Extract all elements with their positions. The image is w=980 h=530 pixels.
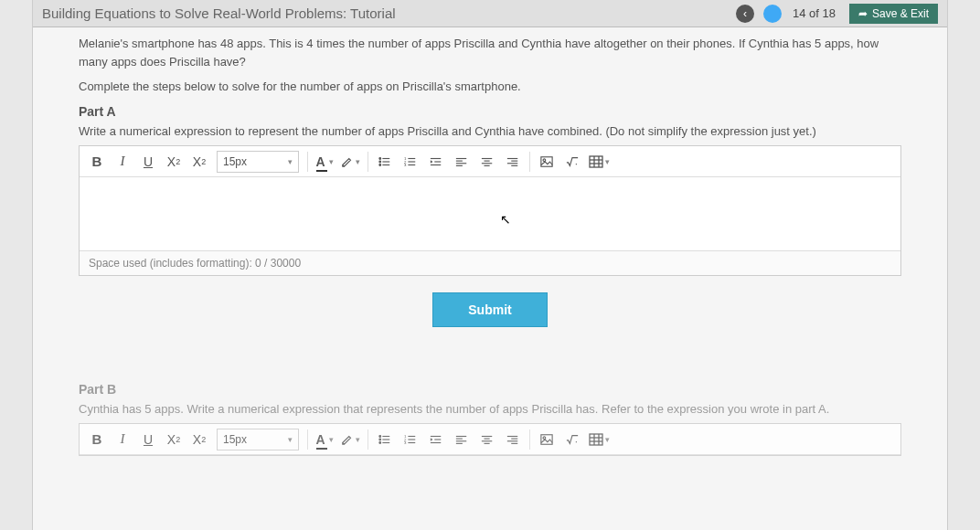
font-size-select[interactable]: 15px ▾: [217, 151, 299, 173]
editor-b: B I U X2 X2 15px ▾ A ▾: [79, 423, 901, 456]
underline-button[interactable]: U: [136, 150, 160, 174]
align-right-icon: [506, 433, 519, 446]
bullet-list-icon: [378, 155, 391, 168]
chevron-down-icon: ▾: [288, 435, 293, 444]
svg-point-36: [379, 435, 381, 437]
bullet-list-button[interactable]: [373, 428, 397, 451]
submit-button[interactable]: Submit: [432, 292, 547, 327]
align-right-button[interactable]: [501, 150, 525, 174]
superscript-button[interactable]: X2: [162, 428, 186, 451]
align-left-button[interactable]: [450, 428, 474, 451]
highlight-button[interactable]: ▾: [338, 150, 363, 174]
svg-rect-28: [541, 156, 552, 166]
page-counter: 14 of 18: [793, 6, 836, 20]
bullet-list-icon: [378, 433, 391, 446]
number-list-icon: 123: [404, 433, 417, 446]
toolbar-b: B I U X2 X2 15px ▾ A ▾: [80, 424, 900, 455]
chevron-down-icon: ▾: [329, 435, 334, 444]
svg-text:3: 3: [404, 163, 407, 167]
save-exit-label: Save & Exit: [872, 7, 929, 20]
problem-text: Melanie's smartphone has 48 apps. This i…: [79, 35, 901, 70]
chevron-down-icon: ▾: [605, 157, 610, 166]
svg-point-2: [379, 161, 381, 163]
cursor-icon: ↖: [500, 212, 511, 227]
indent-icon: [430, 155, 442, 168]
progress-dot-icon: [763, 5, 782, 23]
image-icon: [540, 433, 553, 446]
svg-point-4: [379, 164, 381, 165]
separator: [529, 152, 530, 172]
equation-button[interactable]: [560, 428, 584, 451]
table-icon: [589, 155, 603, 168]
table-button[interactable]: ▾: [586, 428, 612, 451]
underline-button[interactable]: U: [136, 428, 160, 451]
svg-point-29: [543, 158, 546, 161]
svg-point-65: [543, 436, 546, 439]
bullet-list-button[interactable]: [373, 150, 397, 174]
svg-rect-67: [590, 434, 602, 445]
chevron-down-icon: ▾: [356, 157, 360, 166]
bold-button[interactable]: B: [85, 428, 109, 451]
italic-button[interactable]: I: [111, 150, 134, 174]
part-b-desc: Cynthia has 5 apps. Write a numerical ex…: [79, 402, 901, 416]
indent-button[interactable]: [424, 150, 448, 174]
svg-point-30: [576, 163, 577, 164]
part-a-section: Part A Write a numerical expression to r…: [79, 104, 901, 355]
separator: [368, 152, 368, 172]
separator: [529, 429, 530, 450]
table-icon: [589, 433, 603, 446]
align-center-button[interactable]: [475, 428, 499, 451]
page-title: Building Equations to Solve Real-World P…: [42, 5, 736, 21]
image-button[interactable]: [535, 428, 559, 451]
align-center-icon: [481, 433, 494, 446]
font-size-value: 15px: [223, 155, 247, 168]
subscript-button[interactable]: X2: [187, 428, 211, 451]
svg-marker-13: [431, 160, 433, 164]
svg-marker-49: [431, 438, 433, 441]
align-left-icon: [455, 433, 468, 446]
problem-instruction: Complete the steps below to solve for th…: [79, 80, 901, 93]
highlight-icon: [341, 433, 354, 446]
separator: [307, 152, 308, 172]
table-button[interactable]: ▾: [586, 150, 612, 174]
align-right-button[interactable]: [501, 428, 525, 451]
svg-rect-31: [590, 156, 602, 167]
number-list-button[interactable]: 123: [399, 150, 422, 174]
highlight-button[interactable]: ▾: [338, 428, 363, 451]
toolbar-a: B I U X2 X2 15px ▾ A ▾: [80, 146, 900, 177]
align-left-icon: [455, 155, 468, 168]
chevron-down-icon: ▾: [605, 435, 610, 444]
italic-button[interactable]: I: [111, 428, 134, 451]
image-button[interactable]: [535, 150, 559, 174]
font-size-select[interactable]: 15px ▾: [217, 429, 299, 450]
subscript-button[interactable]: X2: [187, 150, 211, 174]
chevron-down-icon: ▾: [329, 157, 334, 166]
align-right-icon: [506, 155, 519, 168]
back-button[interactable]: ‹: [736, 5, 754, 23]
save-exit-button[interactable]: ➦ Save & Exit: [849, 4, 938, 24]
svg-point-40: [379, 441, 381, 443]
chevron-down-icon: ▾: [288, 157, 293, 166]
align-center-icon: [481, 155, 494, 168]
submit-row: Submit: [79, 276, 901, 355]
part-b-label: Part B: [79, 382, 901, 397]
sqrt-icon: [566, 155, 579, 168]
chevron-left-icon: ‹: [743, 7, 747, 20]
number-list-button[interactable]: 123: [399, 428, 422, 451]
superscript-button[interactable]: X2: [162, 150, 186, 174]
align-left-button[interactable]: [450, 150, 474, 174]
part-a-desc: Write a numerical expression to represen…: [79, 124, 901, 138]
bold-button[interactable]: B: [85, 150, 109, 174]
svg-rect-64: [541, 434, 552, 444]
image-icon: [540, 155, 553, 168]
font-color-button[interactable]: A ▾: [313, 428, 336, 451]
equation-button[interactable]: [560, 150, 584, 174]
indent-button[interactable]: [424, 428, 448, 451]
indent-icon: [430, 433, 442, 446]
font-color-button[interactable]: A ▾: [313, 150, 336, 174]
exit-icon: ➦: [858, 7, 868, 20]
editor-textarea-a[interactable]: ↖: [80, 177, 900, 250]
align-center-button[interactable]: [475, 150, 499, 174]
svg-point-0: [379, 157, 381, 159]
svg-point-38: [379, 439, 381, 440]
